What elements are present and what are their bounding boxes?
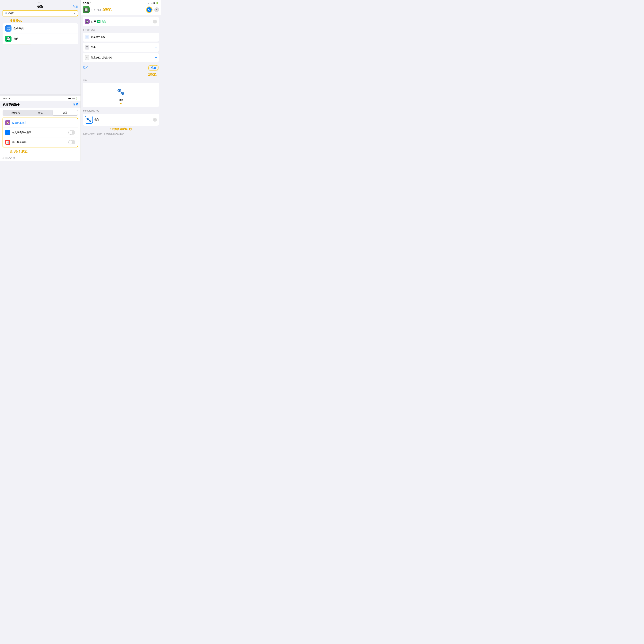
- status-time-right: 17:07: [83, 2, 89, 4]
- suggestion-icon-stop: □: [85, 55, 89, 60]
- setting-row-homescreen[interactable]: 🏠 添加到主屏幕: [3, 118, 78, 128]
- settings-gear-btn[interactable]: ⚙: [146, 7, 152, 13]
- tab-settings[interactable]: 设置: [53, 110, 78, 115]
- bottom-actions: 取消 添加: [81, 63, 161, 72]
- annotation-add-homescreen: 添加到主屏幕.: [0, 150, 81, 155]
- 4g-label-left: 4G: [72, 97, 75, 100]
- suggestion-row-stop[interactable]: □ 停止执行此快捷指令 +: [83, 53, 159, 62]
- suggestion-icon-menu: ☰: [85, 35, 89, 39]
- homescreen-section: 主屏幕名称和图标 🐾 ✕: [81, 108, 161, 126]
- setting-row-receive: 📝 接收屏幕内容: [3, 137, 78, 147]
- preview-name: 微信: [119, 98, 123, 101]
- 4g-label-right: 4G: [153, 2, 155, 4]
- suggestion-plus-if[interactable]: +: [155, 46, 157, 49]
- homescreen-hint: 主屏幕上将添加一个图标，以便您快速运行此快捷指令。: [81, 132, 161, 136]
- shortcuts-app-icon: 🔲: [83, 6, 90, 13]
- open-app-label: 打开 App 点设置.: [91, 8, 145, 12]
- preview-dot: [120, 103, 122, 104]
- suggestion-plus-menu[interactable]: +: [155, 35, 157, 39]
- selector-title: 选取: [37, 5, 43, 9]
- shortcuts-title: 新建快捷指令: [3, 102, 20, 106]
- setting-label-receive: 接收屏幕内容: [12, 141, 68, 144]
- action-card-label: 打开 💬 微信: [91, 20, 106, 23]
- tabs-row: 详细信息 隐私 设置: [3, 110, 78, 116]
- shortcuts-editor: 17:07 ↗ ●●● 4G 🔋 新建快捷指令 完成 详细信息 隐私 设置 🏠 …: [0, 94, 81, 161]
- annotation-replace: 1更换图标和名称: [81, 126, 161, 132]
- preview-box: 🐾 微信: [83, 83, 159, 107]
- toggle-share[interactable]: [68, 130, 75, 134]
- app-icon-qiye: 企业微信: [5, 25, 11, 32]
- suggestion-text-if: 如果: [91, 46, 153, 49]
- homescreen-icon-box[interactable]: 🐾: [85, 116, 93, 124]
- section-label: 下个操作建议: [81, 27, 161, 32]
- search-bar[interactable]: 🔍 ✕: [3, 10, 78, 16]
- setting-label-share: 在共享表单中显示: [12, 131, 68, 134]
- app-item-wechat[interactable]: 💬 微信: [3, 34, 78, 44]
- setting-icon-receive: 📝: [5, 140, 10, 145]
- search-icon: 🔍: [5, 12, 8, 15]
- annotation-search: 搜索微信.: [10, 19, 78, 23]
- status-bar-right: 17:07 ↗ ●●● 4G 🔋: [81, 0, 161, 5]
- apple-watch-label: APPLE WATCH: [0, 155, 81, 161]
- app-name-qiye: 企业微信: [13, 27, 24, 30]
- preview-icon: 🐾: [115, 86, 127, 97]
- status-arrow-right: ↗: [89, 2, 91, 4]
- shortcuts-done-btn[interactable]: 完成: [73, 103, 78, 106]
- preview-section: 预览 🐾 微信: [81, 77, 161, 108]
- annotation-2add: 2添加.: [81, 72, 161, 77]
- suggestion-text-menu: 从菜单中选取: [91, 36, 153, 39]
- signal-icon-left: ●●●: [68, 98, 71, 100]
- right-header: 🔲 打开 App 点设置. ⚙ ✕: [81, 5, 161, 15]
- preview-label: 预览: [83, 79, 159, 81]
- setting-icon-homescreen: 🏠: [5, 120, 10, 125]
- add-btn[interactable]: 添加: [148, 65, 158, 70]
- selector-cancel-btn[interactable]: 取消: [73, 5, 78, 8]
- setting-label-homescreen: 添加到主屏幕: [12, 121, 75, 124]
- app-section-label: App: [3, 1, 78, 4]
- app-selector-section: App 选取 取消 🔍 ✕ 搜索微信.: [0, 0, 81, 47]
- search-input[interactable]: [8, 12, 74, 15]
- tab-privacy[interactable]: 隐私: [28, 110, 53, 115]
- setting-row-share: ↑ 在共享表单中显示: [3, 128, 78, 137]
- status-bar-bottom-left: 17:07 ↗ ●●● 4G 🔋: [0, 96, 81, 101]
- app-name-wechat: 微信: [13, 37, 19, 41]
- suggestion-row-menu[interactable]: ☰ 从菜单中选取 +: [83, 33, 159, 42]
- left-panel: App 选取 取消 🔍 ✕ 搜索微信.: [0, 0, 81, 161]
- right-panel: 17:07 ↗ ●●● 4G 🔋 🔲 打开 App 点设置. ⚙ ✕ 🔲 打开 …: [81, 0, 161, 161]
- setting-icon-share: ↑: [5, 130, 10, 135]
- battery-icon-left: 🔋: [75, 97, 78, 100]
- settings-section: 🏠 添加到主屏幕 ↑ 在共享表单中显示 📝 接收屏幕内容: [3, 118, 78, 147]
- homescreen-name-input[interactable]: [94, 118, 151, 121]
- cancel-link[interactable]: 取消: [83, 66, 88, 69]
- status-time-left: 17:07: [3, 97, 9, 100]
- action-card-icon: 🔲: [85, 19, 90, 24]
- close-btn[interactable]: ✕: [154, 7, 159, 12]
- action-card: 🔲 打开 💬 微信 ✕: [83, 17, 159, 26]
- status-icon-left: ↗: [9, 97, 10, 100]
- app-icon-wechat: 💬: [5, 36, 11, 42]
- suggestion-text-stop: 停止执行此快捷指令: [91, 56, 153, 59]
- suggestion-plus-stop[interactable]: +: [155, 56, 157, 59]
- tab-details[interactable]: 详细信息: [3, 110, 28, 115]
- app-item-qiye[interactable]: 企业微信 企业微信: [3, 23, 78, 34]
- suggestion-row-if[interactable]: Y 如果 +: [83, 43, 159, 52]
- app-list: 企业微信 企业微信 💬 微信: [3, 23, 78, 44]
- battery-icon-right: 🔋: [156, 2, 158, 4]
- homescreen-row: 🐾 ✕: [83, 114, 159, 126]
- homescreen-close-btn[interactable]: ✕: [153, 118, 157, 122]
- clear-icon[interactable]: ✕: [74, 12, 76, 15]
- homescreen-label: 主屏幕名称和图标: [83, 110, 159, 112]
- shortcuts-header: 新建快捷指令 完成: [0, 101, 81, 108]
- action-close-btn[interactable]: ✕: [153, 20, 157, 23]
- signal-icon-right: ●●●: [148, 2, 152, 4]
- mini-wechat-icon: 💬: [97, 20, 100, 23]
- toggle-receive[interactable]: [68, 140, 75, 144]
- suggestion-icon-if: Y: [85, 45, 89, 50]
